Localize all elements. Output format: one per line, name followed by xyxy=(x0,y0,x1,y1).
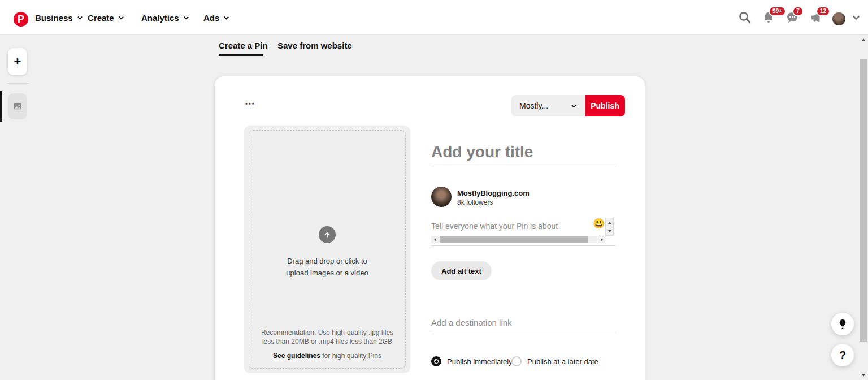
pin-details-form: Add your title MostlyBlogging.com 8k fol… xyxy=(431,76,615,380)
description-vertical-scrollbar[interactable] xyxy=(605,218,614,236)
description-underline xyxy=(431,245,615,246)
announcements-badge: 12 xyxy=(816,6,830,16)
scroll-up-arrow xyxy=(858,35,868,44)
new-pin-button[interactable]: + xyxy=(8,48,27,75)
radio-unselected-icon xyxy=(511,356,522,366)
chevron-down-icon xyxy=(223,15,229,21)
messages-icon[interactable]: 7 xyxy=(785,11,799,24)
nav-item-ads[interactable]: Ads xyxy=(203,0,229,35)
lightbulb-icon xyxy=(837,318,848,330)
active-tab-underline xyxy=(219,54,263,56)
description-input[interactable]: Tell everyone what your Pin is about xyxy=(431,222,558,231)
more-options-button[interactable]: ••• xyxy=(243,98,258,109)
image-icon xyxy=(12,101,23,111)
emoji-picker-icon[interactable]: 😃 xyxy=(593,219,605,228)
description-horizontal-scrollbar[interactable] xyxy=(431,236,605,243)
nav-item-label: Business xyxy=(35,13,73,23)
account-chevron-down-icon[interactable] xyxy=(852,13,861,22)
plus-icon: + xyxy=(14,54,21,69)
scroll-left-arrow xyxy=(431,236,439,243)
destination-link-input[interactable]: Add a destination link xyxy=(431,318,512,327)
drafts-media-button[interactable] xyxy=(8,93,27,119)
search-icon[interactable] xyxy=(738,11,752,24)
top-navigation-bar: P Business Create Analytics Ads 99+ 7 12 xyxy=(0,0,868,35)
profile-followers: 8k followers xyxy=(457,198,493,206)
publish-later-option[interactable]: Publish at a later date xyxy=(511,356,598,366)
pinterest-logo-icon[interactable]: P xyxy=(14,12,28,27)
nav-item-label: Analytics xyxy=(141,13,179,23)
scroll-down-arrow xyxy=(858,371,868,380)
question-mark-icon: ? xyxy=(839,349,846,362)
nav-item-business[interactable]: Business xyxy=(35,0,83,35)
tab-save-from-website[interactable]: Save from website xyxy=(277,41,352,50)
notifications-bell-icon[interactable]: 99+ xyxy=(762,11,775,24)
notifications-badge: 99+ xyxy=(769,6,786,16)
messages-badge: 7 xyxy=(792,6,804,16)
radio-selected-icon xyxy=(431,356,441,366)
announcements-megaphone-icon[interactable]: 12 xyxy=(809,11,823,24)
rail-divider xyxy=(7,83,29,84)
upload-arrow-icon xyxy=(319,226,336,243)
scrollbar-thumb xyxy=(860,59,867,342)
profile-avatar xyxy=(431,187,452,207)
nav-item-analytics[interactable]: Analytics xyxy=(141,0,189,35)
account-avatar[interactable] xyxy=(832,12,845,25)
chevron-down-icon xyxy=(77,15,83,21)
title-input[interactable]: Add your title xyxy=(431,143,533,161)
ellipsis-icon: ••• xyxy=(245,100,255,107)
link-underline xyxy=(431,332,615,333)
profile-name: MostlyBlogging.com xyxy=(457,189,530,197)
scrollbar-thumb xyxy=(440,236,588,243)
nav-item-label: Ads xyxy=(203,13,219,23)
scroll-up-arrow xyxy=(606,218,613,227)
scroll-down-arrow xyxy=(606,227,613,235)
radio-label: Publish at a later date xyxy=(527,357,598,366)
tab-create-a-pin[interactable]: Create a Pin xyxy=(219,41,268,50)
publish-immediately-option[interactable]: Publish immediately xyxy=(431,356,513,366)
dropzone-guidelines: See guidelines for high quality Pins xyxy=(257,352,398,360)
media-upload-dropzone[interactable]: Drag and drop or click to upload images … xyxy=(244,126,410,373)
nav-item-label: Create xyxy=(88,13,114,23)
pin-builder-card: ••• Mostly... Publish Drag and drop or c… xyxy=(215,76,645,380)
chevron-down-icon xyxy=(118,15,124,21)
add-alt-text-button[interactable]: Add alt text xyxy=(431,261,492,280)
ideas-lightbulb-button[interactable] xyxy=(831,313,854,335)
dropzone-instruction: Drag and drop or click to upload images … xyxy=(276,256,378,279)
scroll-right-arrow xyxy=(598,236,605,243)
page-vertical-scrollbar[interactable] xyxy=(858,35,868,380)
chevron-down-icon xyxy=(183,15,189,21)
title-underline xyxy=(431,167,615,167)
nav-item-create[interactable]: Create xyxy=(88,0,124,35)
see-guidelines-link[interactable]: See guidelines xyxy=(273,352,320,360)
help-button[interactable]: ? xyxy=(831,344,854,366)
dropzone-recommendation: Recommendation: Use high-quality .jpg fi… xyxy=(257,328,398,346)
radio-label: Publish immediately xyxy=(447,357,513,366)
rail-active-indicator xyxy=(0,91,2,122)
